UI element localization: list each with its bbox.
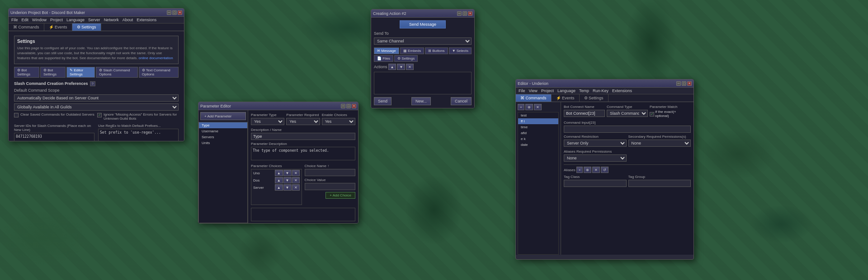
- description-name-input[interactable]: [251, 133, 355, 140]
- maximize-btn-2[interactable]: □: [462, 11, 467, 16]
- menu-about[interactable]: About: [123, 18, 133, 22]
- sub-tab-editor-settings[interactable]: ✎ Editor Settings: [66, 67, 95, 78]
- tab-embeds[interactable]: ▦ Embeds: [400, 47, 425, 54]
- param-item-units[interactable]: Units: [199, 140, 247, 146]
- menu-4-language[interactable]: Language: [557, 89, 576, 93]
- aliases-delete-btn[interactable]: ✕: [592, 167, 600, 173]
- add-choice-btn[interactable]: + Add Choice: [326, 192, 355, 199]
- enable-choices-select[interactable]: Yes: [322, 118, 355, 125]
- maximize-btn-1[interactable]: □: [172, 10, 177, 15]
- cmd-restriction-select[interactable]: Server Only: [564, 140, 627, 147]
- cancel-btn[interactable]: Cancel: [451, 97, 472, 105]
- tag-class-input[interactable]: [564, 180, 627, 187]
- cmd-add-btn[interactable]: +: [518, 104, 524, 110]
- menu-language[interactable]: Language: [66, 18, 85, 22]
- maximize-btn-4[interactable]: □: [682, 81, 686, 86]
- server-ids-input[interactable]: 847122768193: [14, 133, 94, 141]
- aliases-req-select[interactable]: None: [564, 154, 627, 162]
- cmd-test[interactable]: test: [518, 112, 558, 118]
- command-input-field[interactable]: [564, 126, 691, 133]
- menu-4-view[interactable]: View: [529, 89, 538, 93]
- menu-project[interactable]: Project: [50, 18, 63, 22]
- tab-4-settings[interactable]: ⚙ Settings: [580, 94, 609, 102]
- sub-tab-text-command-options[interactable]: ⚙ Text Command Options: [139, 67, 179, 78]
- choice-uno-down[interactable]: ▼: [283, 170, 292, 176]
- cmd-time[interactable]: time: [518, 124, 558, 130]
- aliases-reset-btn[interactable]: ↺: [601, 167, 609, 173]
- secondary-perms-select[interactable]: None: [628, 140, 691, 147]
- choice-uno-delete[interactable]: ✕: [292, 170, 300, 176]
- menu-window[interactable]: Window: [32, 18, 47, 22]
- minimize-btn-3[interactable]: ─: [341, 104, 345, 108]
- minimize-btn-1[interactable]: ─: [167, 10, 171, 15]
- tab-commands-1[interactable]: ⌘ Commands: [9, 23, 44, 31]
- help-tooltip[interactable]: ?: [90, 81, 95, 86]
- maximize-btn-3[interactable]: □: [346, 104, 351, 108]
- bottom-textarea[interactable]: [251, 208, 355, 221]
- menu-extensions[interactable]: Extensions: [137, 18, 156, 22]
- sub-tab-bot-settings-2[interactable]: ⚙ Bot Settings: [40, 67, 66, 78]
- regex-input[interactable]: Set prefix to 'use-regex'...: [98, 129, 179, 141]
- close-btn-4[interactable]: ✕: [687, 81, 692, 86]
- aliases-add-btn[interactable]: +: [576, 167, 583, 173]
- choice-dos-delete[interactable]: ✕: [292, 177, 300, 183]
- close-btn-3[interactable]: ✕: [352, 104, 356, 108]
- choice-uno-up[interactable]: ▲: [275, 170, 283, 176]
- tab-4-commands[interactable]: ⌘ Commands: [516, 94, 552, 102]
- menu-4-file[interactable]: File: [519, 89, 525, 93]
- send-message-btn[interactable]: Send Message: [400, 20, 446, 28]
- choice-server-down[interactable]: ▼: [283, 184, 292, 191]
- menu-4-extensions[interactable]: Extensions: [612, 89, 632, 93]
- action-remove-btn[interactable]: ✕: [406, 64, 414, 70]
- param-description-input[interactable]: The type of component you selected.: [251, 147, 355, 160]
- checkbox-clear-saved-input[interactable]: [14, 113, 19, 117]
- param-match-check[interactable]: ✓: [650, 112, 654, 117]
- param-type-select[interactable]: Yes: [251, 118, 284, 125]
- send-final-btn[interactable]: Send: [374, 97, 392, 105]
- minimize-btn-4[interactable]: ─: [676, 81, 681, 86]
- tab-selects[interactable]: ▼ Selects: [449, 47, 472, 54]
- choice-value-input[interactable]: [305, 183, 356, 190]
- bot-connect-input[interactable]: [564, 110, 605, 117]
- checkbox-ignore-access-input[interactable]: ✓: [97, 113, 102, 117]
- settings-link[interactable]: online documentation: [139, 56, 173, 60]
- global-scope-select[interactable]: Globally Available in All Guilds: [14, 103, 179, 111]
- param-required-select[interactable]: Yes: [286, 118, 320, 125]
- choice-server-delete[interactable]: ✕: [292, 184, 300, 191]
- command-type-select[interactable]: Slash Command: [607, 110, 648, 117]
- param-item-username[interactable]: Username: [199, 128, 247, 134]
- tag-group-input[interactable]: [628, 180, 691, 187]
- aliases-copy-btn[interactable]: ⊕: [584, 167, 591, 173]
- param-item-servers[interactable]: Servers: [199, 134, 247, 140]
- tab-4-events[interactable]: ⚡ Events: [552, 94, 580, 102]
- menu-file[interactable]: File: [11, 18, 18, 22]
- param-item-type[interactable]: Type: [199, 122, 247, 128]
- choice-dos-down[interactable]: ▼: [283, 177, 292, 183]
- cmd-copy-btn[interactable]: ⊕: [525, 104, 533, 110]
- menu-server[interactable]: Server: [88, 18, 100, 22]
- send-to-select[interactable]: Same Channel: [374, 37, 472, 45]
- action-down-btn[interactable]: ▼: [397, 64, 405, 70]
- cmd-date[interactable]: date: [518, 142, 558, 148]
- cmd-ff-l[interactable]: ff l: [518, 118, 558, 124]
- scope-select[interactable]: Automatically Decide Based on Server Cou…: [14, 94, 179, 102]
- menu-4-run-key[interactable]: Run-Key: [593, 89, 609, 93]
- minimize-btn-2[interactable]: ─: [457, 11, 462, 16]
- choice-name-input[interactable]: [305, 169, 356, 176]
- cmd-afid[interactable]: afid: [518, 130, 558, 136]
- menu-4-project[interactable]: Project: [541, 89, 554, 93]
- tab-buttons[interactable]: ⊞ Buttons: [425, 47, 448, 54]
- tab-settings-msg[interactable]: ⚙ Settings: [394, 55, 418, 62]
- menu-edit[interactable]: Edit: [22, 18, 29, 22]
- tab-events-1[interactable]: ⚡ Events: [44, 23, 72, 31]
- new-btn[interactable]: New...: [411, 97, 431, 105]
- close-btn-2[interactable]: ✕: [468, 11, 472, 16]
- choice-server-up[interactable]: ▲: [275, 184, 283, 191]
- sub-tab-slash-command-options[interactable]: ⚙ Slash Command Options: [96, 67, 138, 78]
- tab-message[interactable]: ✉ Message: [374, 47, 399, 54]
- cmd-delete-btn[interactable]: ✕: [534, 104, 542, 110]
- sub-tab-bot-settings[interactable]: ⚙ Bot Settings: [14, 67, 39, 78]
- tab-settings-1[interactable]: ⚙ Settings: [72, 23, 101, 31]
- choice-dos-up[interactable]: ▲: [275, 177, 283, 183]
- menu-4-temp[interactable]: Temp: [579, 89, 589, 93]
